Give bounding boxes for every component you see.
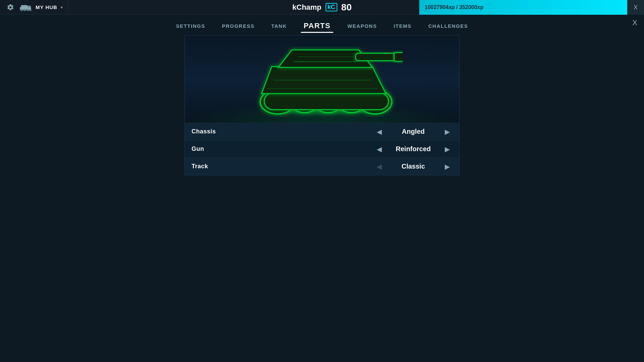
svg-point-5 xyxy=(26,9,29,11)
chassis-prev-button[interactable]: ◀ xyxy=(374,126,384,137)
gun-selector: ◀ Reinforced ▶ xyxy=(372,144,452,155)
gun-next-button[interactable]: ▶ xyxy=(442,144,452,155)
nav-item-weapons[interactable]: WEAPONS xyxy=(347,23,377,29)
svg-rect-1 xyxy=(21,5,28,8)
chassis-label: Chassis xyxy=(192,128,372,135)
hub-dropdown-arrow[interactable]: ▾ xyxy=(61,5,63,10)
svg-rect-31 xyxy=(394,53,402,61)
parts-list: Chassis ◀ Angled ▶ Gun ◀ Reinforced ▶ Tr… xyxy=(185,123,459,175)
tank-main-svg xyxy=(241,40,402,117)
tank-small-icon xyxy=(19,3,32,12)
settings-icon-btn[interactable] xyxy=(5,2,15,12)
part-row-chassis: Chassis ◀ Angled ▶ xyxy=(185,123,459,140)
nav-item-items[interactable]: ITEMS xyxy=(394,23,412,29)
svg-point-4 xyxy=(23,9,26,11)
main-panel: Chassis ◀ Angled ▶ Gun ◀ Reinforced ▶ Tr… xyxy=(184,35,460,175)
svg-rect-2 xyxy=(27,6,31,7)
hub-label: MY HUB xyxy=(36,4,57,10)
chassis-selector: ◀ Angled ▶ xyxy=(372,126,452,137)
track-prev-button[interactable]: ◀ xyxy=(374,161,384,172)
xp-text: 10027904xp / 352000xp xyxy=(425,4,483,10)
track-selector: ◀ Classic ▶ xyxy=(372,161,452,172)
part-row-gun: Gun ◀ Reinforced ▶ xyxy=(185,140,459,158)
xp-bar: 10027904xp / 352000xp xyxy=(419,0,627,15)
chassis-next-button[interactable]: ▶ xyxy=(442,126,452,137)
svg-point-6 xyxy=(29,9,32,11)
track-value: Classic xyxy=(390,163,437,170)
nav-item-tank[interactable]: TANK xyxy=(271,23,287,29)
svg-rect-23 xyxy=(264,93,388,110)
gun-prev-button[interactable]: ◀ xyxy=(374,144,384,155)
nav-item-settings[interactable]: SETTINGS xyxy=(176,23,205,29)
xp-bar-container: 10027904xp / 352000xp xyxy=(419,0,627,15)
level-badge: 80 xyxy=(341,2,352,13)
close-button-secondary[interactable]: X xyxy=(632,18,637,27)
svg-rect-30 xyxy=(356,53,399,61)
gun-value: Reinforced xyxy=(390,145,437,153)
nav-item-progress[interactable]: PROGRESS xyxy=(222,23,255,29)
gear-icon xyxy=(7,4,14,11)
nav-item-parts[interactable]: PARTS xyxy=(304,21,330,30)
gun-label: Gun xyxy=(192,145,372,153)
username-label: kChamp xyxy=(292,3,322,12)
kc-logo: kC xyxy=(325,3,337,11)
part-row-track: Track ◀ Classic ▶ xyxy=(185,158,459,175)
track-label: Track xyxy=(192,163,372,170)
chassis-value: Angled xyxy=(390,128,437,135)
top-bar: MY HUB ▾ kChamp kC 80 10027904xp / 35200… xyxy=(0,0,644,15)
nav-bar: SETTINGS PROGRESS TANK PARTS WEAPONS ITE… xyxy=(0,15,644,35)
svg-point-3 xyxy=(20,9,23,11)
tank-display xyxy=(185,36,459,123)
hub-section[interactable]: MY HUB ▾ xyxy=(0,0,68,14)
top-bar-center: kChamp kC 80 xyxy=(292,2,352,13)
nav-item-challenges[interactable]: CHALLENGES xyxy=(428,23,468,29)
track-next-button[interactable]: ▶ xyxy=(442,161,452,172)
tank-svg-container xyxy=(241,40,402,118)
close-button-top[interactable]: X xyxy=(627,0,644,15)
